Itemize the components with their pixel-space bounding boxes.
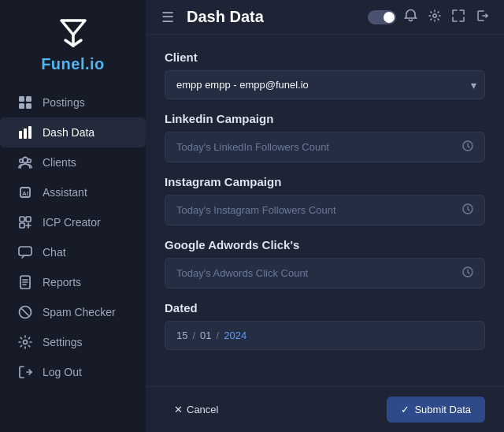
gear-icon[interactable] bbox=[428, 9, 441, 25]
google-field-group: Google Adwords Click's bbox=[165, 238, 485, 289]
google-label: Google Adwords Click's bbox=[165, 238, 485, 251]
client-select-wrapper[interactable]: empp empp - empp@funel.io ▾ bbox=[165, 70, 485, 99]
svg-point-9 bbox=[20, 159, 24, 163]
svg-rect-7 bbox=[28, 126, 32, 139]
instagram-input[interactable] bbox=[176, 204, 462, 216]
linkedin-field-icon bbox=[462, 140, 473, 154]
svg-point-27 bbox=[433, 13, 436, 17]
sidebar-item-assistant[interactable]: AI Assistant bbox=[0, 177, 146, 207]
linkedin-label: Linkedin Campaign bbox=[165, 112, 485, 125]
logo-icon bbox=[54, 13, 93, 52]
spam-icon bbox=[17, 304, 33, 320]
submit-button[interactable]: ✓ Submit Data bbox=[387, 397, 485, 423]
sidebar-item-icp-creator-label: ICP Creator bbox=[43, 216, 101, 229]
expand-icon[interactable] bbox=[452, 9, 465, 25]
chart-icon bbox=[17, 125, 33, 140]
topbar: ☰ Dash Data bbox=[146, 0, 504, 35]
settings-icon bbox=[17, 334, 33, 350]
sidebar-item-spam-checker[interactable]: Spam Checker bbox=[0, 297, 146, 327]
form-footer: ✕ Cancel ✓ Submit Data bbox=[146, 386, 504, 432]
sidebar-item-clients-label: Clients bbox=[43, 156, 76, 169]
sidebar-item-reports-label: Reports bbox=[43, 276, 81, 289]
instagram-field-group: Instagram Campaign bbox=[165, 175, 485, 225]
client-select[interactable]: empp empp - empp@funel.io bbox=[165, 71, 484, 99]
logout-icon bbox=[17, 364, 33, 380]
cancel-x-icon: ✕ bbox=[174, 404, 183, 415]
icp-icon bbox=[17, 214, 33, 230]
sidebar-item-clients[interactable]: Clients bbox=[0, 147, 146, 177]
exit-icon[interactable] bbox=[476, 9, 488, 25]
instagram-input-wrapper bbox=[165, 195, 485, 225]
svg-rect-4 bbox=[26, 103, 32, 109]
clients-icon bbox=[17, 155, 33, 170]
sidebar-item-spam-checker-label: Spam Checker bbox=[43, 306, 116, 318]
svg-rect-3 bbox=[19, 103, 24, 109]
svg-marker-0 bbox=[61, 20, 85, 35]
svg-rect-15 bbox=[20, 223, 24, 228]
google-input-wrapper bbox=[165, 258, 485, 289]
date-year: 2024 bbox=[224, 330, 246, 341]
client-field-group: Client empp empp - empp@funel.io ▾ bbox=[165, 50, 485, 99]
linkedin-field-group: Linkedin Campaign bbox=[165, 112, 485, 162]
date-day: 15 bbox=[176, 330, 187, 341]
instagram-label: Instagram Campaign bbox=[165, 175, 485, 188]
logo-text: Funel.io bbox=[41, 55, 105, 73]
sidebar-item-postings-label: Postings bbox=[43, 96, 85, 109]
sidebar-item-chat-label: Chat bbox=[43, 246, 66, 259]
sidebar-item-reports[interactable]: Reports bbox=[0, 267, 146, 297]
google-input[interactable] bbox=[176, 267, 462, 279]
grid-icon bbox=[17, 95, 33, 110]
menu-icon[interactable]: ☰ bbox=[161, 9, 174, 26]
sidebar-item-settings-label: Settings bbox=[43, 336, 83, 348]
date-input[interactable]: 15 / 01 / 2024 bbox=[165, 321, 485, 350]
client-label: Client bbox=[165, 50, 485, 64]
linkedin-input-wrapper bbox=[165, 132, 485, 162]
svg-text:AI: AI bbox=[22, 190, 28, 197]
sidebar: Funel.io Postings Dash Data Clients AI A… bbox=[0, 0, 146, 432]
linkedin-input[interactable] bbox=[176, 141, 462, 153]
dated-label: Dated bbox=[165, 301, 485, 315]
sidebar-item-log-out-label: Log Out bbox=[43, 366, 82, 378]
sidebar-item-chat[interactable]: Chat bbox=[0, 237, 146, 267]
chat-icon bbox=[17, 244, 33, 260]
sidebar-item-postings[interactable]: Postings bbox=[0, 88, 146, 117]
svg-rect-14 bbox=[26, 217, 31, 222]
svg-line-24 bbox=[22, 309, 28, 315]
svg-rect-5 bbox=[19, 131, 22, 139]
svg-point-10 bbox=[28, 159, 32, 163]
google-field-icon bbox=[462, 266, 473, 280]
date-month: 01 bbox=[200, 330, 211, 341]
cancel-button[interactable]: ✕ Cancel bbox=[165, 397, 228, 422]
reports-icon bbox=[17, 274, 33, 290]
form-area: Client empp empp - empp@funel.io ▾ Linke… bbox=[146, 35, 504, 386]
dated-field-group: Dated 15 / 01 / 2024 bbox=[165, 301, 485, 350]
ai-icon: AI bbox=[17, 184, 33, 200]
svg-point-25 bbox=[24, 341, 28, 344]
sidebar-item-assistant-label: Assistant bbox=[43, 186, 87, 199]
svg-rect-18 bbox=[19, 247, 32, 255]
svg-rect-2 bbox=[26, 96, 32, 102]
main-content: ☰ Dash Data Client empp empp - empp@ bbox=[146, 0, 504, 432]
sidebar-item-settings[interactable]: Settings bbox=[0, 327, 146, 357]
svg-rect-6 bbox=[24, 128, 27, 139]
theme-toggle[interactable] bbox=[368, 10, 396, 24]
svg-rect-13 bbox=[20, 217, 24, 222]
topbar-icons bbox=[404, 9, 488, 25]
logo-area: Funel.io bbox=[41, 13, 105, 73]
sidebar-item-log-out[interactable]: Log Out bbox=[0, 357, 146, 387]
sidebar-item-dash-data[interactable]: Dash Data bbox=[0, 117, 146, 147]
notification-icon[interactable] bbox=[404, 9, 417, 25]
sidebar-item-dash-data-label: Dash Data bbox=[43, 126, 94, 139]
page-title: Dash Data bbox=[187, 8, 360, 26]
sidebar-item-icp-creator[interactable]: ICP Creator bbox=[0, 207, 146, 237]
svg-rect-1 bbox=[19, 96, 24, 102]
submit-check-icon: ✓ bbox=[401, 404, 410, 415]
instagram-field-icon bbox=[462, 203, 473, 217]
